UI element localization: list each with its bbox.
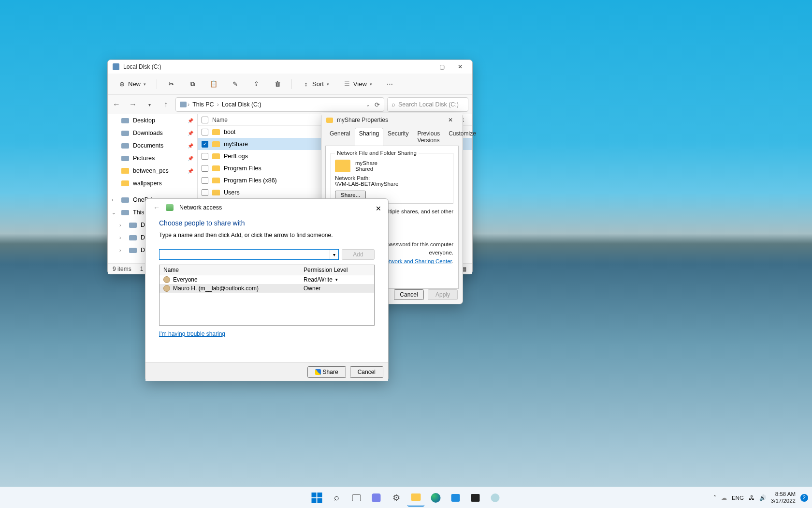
- minimize-button[interactable]: ─: [414, 60, 433, 73]
- chevron-icon[interactable]: ›: [119, 248, 121, 253]
- recent-button[interactable]: ▾: [143, 98, 156, 111]
- tab-previous-versions[interactable]: Previous Versions: [413, 128, 444, 146]
- paste-button[interactable]: 📋: [206, 79, 221, 90]
- share-row[interactable]: EveryoneRead/Write ▾: [160, 275, 374, 284]
- properties-titlebar[interactable]: myShare Properties ✕: [321, 113, 463, 127]
- sort-button[interactable]: ↕Sort ▾: [299, 78, 333, 90]
- forward-button[interactable]: →: [126, 98, 140, 111]
- system-folder-icon: [121, 118, 129, 123]
- app-button[interactable]: [487, 489, 504, 507]
- row-checkbox[interactable]: [202, 153, 208, 160]
- sidebar-item[interactable]: Pictures📌: [108, 152, 197, 164]
- select-all-checkbox[interactable]: [202, 117, 208, 123]
- breadcrumb[interactable]: This PC: [190, 101, 216, 108]
- close-button[interactable]: ✕: [441, 114, 460, 126]
- chevron-icon[interactable]: ›: [119, 223, 121, 228]
- share-button[interactable]: Share: [307, 366, 346, 378]
- more-button[interactable]: ⋯: [383, 78, 397, 90]
- explorer-button[interactable]: [407, 489, 425, 507]
- dropdown-button[interactable]: ▾: [330, 250, 338, 259]
- onedrive-icon[interactable]: ☁: [721, 494, 727, 501]
- sidebar-item[interactable]: Desktop📌: [108, 114, 197, 127]
- name-input[interactable]: [160, 250, 330, 259]
- row-checkbox[interactable]: ✓: [202, 141, 208, 148]
- terminal-button[interactable]: [467, 489, 484, 507]
- task-view-button[interactable]: [348, 489, 365, 507]
- column-name[interactable]: Name: [160, 265, 300, 275]
- row-checkbox[interactable]: [202, 129, 208, 135]
- apply-button[interactable]: Apply: [428, 289, 458, 300]
- notification-badge[interactable]: 2: [800, 494, 808, 502]
- add-button[interactable]: Add: [342, 249, 375, 260]
- back-button[interactable]: ←: [110, 98, 123, 111]
- clock[interactable]: 8:58 AM 3/17/2022: [771, 491, 796, 505]
- new-button[interactable]: ⊕New ▾: [115, 78, 150, 90]
- sidebar-item[interactable]: Documents📌: [108, 139, 197, 152]
- share-button[interactable]: ⇪: [249, 79, 263, 90]
- network-icon[interactable]: 🖧: [749, 495, 754, 501]
- share-status: Shared: [355, 166, 377, 172]
- pin-icon: 📌: [188, 156, 193, 161]
- tab-security[interactable]: Security: [383, 128, 413, 146]
- edge-icon: [431, 493, 441, 503]
- settings-button[interactable]: ⚙: [388, 489, 405, 507]
- explorer-titlebar[interactable]: Local Disk (C:) ─ ▢ ✕: [108, 60, 472, 74]
- start-button[interactable]: [308, 489, 326, 507]
- column-permission[interactable]: Permission Level: [300, 265, 351, 275]
- up-button[interactable]: ↑: [159, 98, 173, 111]
- store-button[interactable]: [447, 489, 464, 507]
- dialog-caption: Network access: [179, 204, 222, 211]
- network-sharing-center-link[interactable]: Network and Sharing Center: [382, 258, 451, 264]
- folder-icon: [212, 165, 220, 171]
- help-link[interactable]: I'm having trouble sharing: [159, 330, 225, 337]
- share-row[interactable]: Mauro H. (m__lab@outlook.com)Owner: [160, 284, 374, 293]
- search-icon: ⌕: [392, 101, 395, 108]
- network-path-value: \\VM-LAB-BETA\myShare: [335, 181, 449, 187]
- sidebar-item[interactable]: wallpapers: [108, 177, 197, 190]
- view-button[interactable]: ☰View ▾: [340, 78, 376, 90]
- tray-expand-icon[interactable]: ˄: [713, 494, 716, 501]
- explorer-toolbar: ⊕New ▾ ✂ ⧉ 📋 ✎ ⇪ 🗑 ↕Sort ▾ ☰View ▾ ⋯: [108, 74, 472, 95]
- rename-button[interactable]: ✎: [228, 79, 242, 90]
- tab-sharing[interactable]: Sharing: [355, 128, 383, 146]
- tab-general[interactable]: General: [325, 128, 355, 146]
- volume-icon[interactable]: 🔊: [759, 494, 766, 501]
- task-view-icon: [352, 494, 361, 501]
- language-indicator[interactable]: ENG: [732, 495, 744, 501]
- name-combobox[interactable]: ▾: [159, 249, 339, 260]
- maximize-button[interactable]: ▢: [433, 60, 451, 73]
- taskbar[interactable]: ⌕ ⚙ ˄ ☁ ENG 🖧 🔊 8:58 AM 3/17/2022 2: [0, 487, 812, 508]
- chevron-icon[interactable]: ›: [119, 235, 121, 240]
- person-icon: [163, 276, 170, 283]
- close-button[interactable]: ✕: [451, 60, 469, 73]
- chevron-down-icon[interactable]: ⌄: [366, 102, 370, 107]
- close-button[interactable]: ✕: [373, 203, 384, 214]
- windows-icon: [312, 493, 322, 503]
- back-icon[interactable]: ←: [153, 204, 160, 211]
- row-checkbox[interactable]: [202, 177, 208, 184]
- chevron-icon[interactable]: ›: [112, 197, 113, 203]
- edge-button[interactable]: [427, 489, 445, 507]
- chat-button[interactable]: [368, 489, 385, 507]
- cancel-button[interactable]: Cancel: [394, 289, 424, 300]
- cut-icon: ✂: [168, 81, 174, 88]
- row-checkbox[interactable]: [202, 189, 208, 196]
- folder-icon: [212, 178, 220, 183]
- sidebar-item[interactable]: between_pcs📌: [108, 164, 197, 177]
- search-button[interactable]: ⌕: [328, 489, 346, 507]
- search-input[interactable]: ⌕ Search Local Disk (C:): [387, 97, 468, 112]
- item-count: 9 items: [113, 266, 131, 272]
- cancel-button[interactable]: Cancel: [350, 366, 383, 378]
- chevron-icon[interactable]: ⌄: [112, 210, 116, 215]
- row-checkbox[interactable]: [202, 165, 208, 172]
- refresh-button[interactable]: ⟳: [375, 101, 380, 108]
- cut-button[interactable]: ✂: [164, 79, 178, 90]
- shield-icon: [315, 369, 321, 375]
- copy-button[interactable]: ⧉: [185, 79, 200, 90]
- breadcrumb[interactable]: Local Disk (C:): [220, 101, 263, 108]
- delete-button[interactable]: 🗑: [270, 79, 285, 90]
- tab-customize[interactable]: Customize: [444, 128, 480, 146]
- sidebar-item[interactable]: Downloads📌: [108, 127, 197, 139]
- address-bar[interactable]: › This PC › Local Disk (C:) ⌄ ⟳: [175, 97, 384, 112]
- copy-icon: ⧉: [189, 81, 196, 88]
